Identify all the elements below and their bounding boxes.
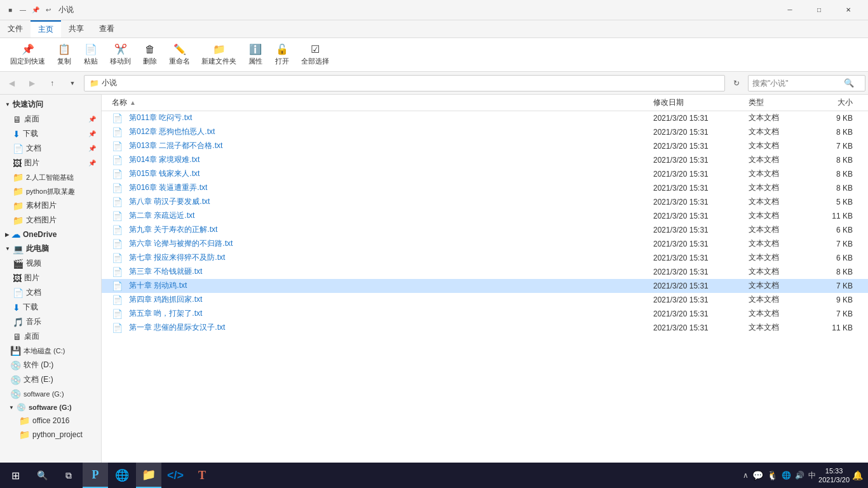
sidebar-drive-e[interactable]: 💿 文档 (E:) [0, 372, 101, 387]
address-path[interactable]: 📁 小说 [84, 75, 725, 92]
search-input[interactable] [752, 79, 841, 88]
up-button[interactable]: ↑ [43, 74, 61, 92]
sidebar-item-pictures[interactable]: 🖼 图片 [0, 271, 101, 285]
tab-file[interactable]: 文件 [0, 20, 31, 37]
this-pc-header[interactable]: ▼ 💻 此电脑 [0, 241, 101, 256]
table-row[interactable]: 📄 第二章 亲疏远近.txt 2021/3/20 15:31 文本文档 11 K… [102, 209, 868, 223]
sidebar-item-label: software (G:) [24, 390, 64, 398]
table-row[interactable]: 📄 第四章 鸡跑抓回家.txt 2021/3/20 15:31 文本文档 9 K… [102, 293, 868, 307]
volume-icon[interactable]: 🔊 [795, 471, 804, 480]
table-row[interactable]: 📄 第三章 不给钱就砸.txt 2021/3/20 15:31 文本文档 8 K… [102, 265, 868, 279]
sidebar-item-docs[interactable]: 📄 文档 📌 [0, 141, 101, 156]
ribbon-properties-btn[interactable]: ℹ️ 属性 [243, 41, 268, 69]
drive-icon: 💿 [10, 360, 21, 370]
sidebar-item-download[interactable]: ⬇ 下载 📌 [0, 126, 101, 141]
sidebar-drive-g[interactable]: 💿 software (G:) [0, 387, 101, 401]
sidebar-python-project[interactable]: 📁 python_project [0, 428, 101, 442]
software-g-header[interactable]: ▼ 💿 software (G:) [0, 401, 101, 414]
sidebar-item-docpics[interactable]: 📁 文档图片 [0, 213, 101, 227]
taskbar-clock[interactable]: 15:33 2021/3/20 [818, 466, 850, 485]
ribbon-select-btn[interactable]: ☑ 全部选择 [296, 41, 334, 69]
properties-icon: ℹ️ [249, 43, 262, 55]
ribbon-open-btn[interactable]: 🔓 打开 [269, 41, 295, 69]
refresh-button[interactable]: ↻ [728, 74, 745, 92]
file-type: 文本文档 [749, 252, 812, 263]
col-size-header[interactable]: 大小 [812, 97, 863, 108]
table-row[interactable]: 📄 第八章 萌汉子要发威.txt 2021/3/20 15:31 文本文档 5 … [102, 195, 868, 209]
minimize-quick[interactable]: — [18, 5, 28, 15]
tab-view[interactable]: 查看 [92, 20, 122, 37]
taskbar-explorer[interactable]: 📁 [136, 463, 161, 488]
ribbon-paste-btn[interactable]: 📄 粘贴 [78, 41, 104, 69]
qq-icon[interactable]: 🐧 [767, 470, 778, 480]
ime-icon[interactable]: 中 [808, 470, 816, 481]
back-button[interactable]: ◀ [3, 74, 20, 92]
tab-share[interactable]: 共享 [61, 20, 92, 37]
table-row[interactable]: 📄 第012章 恶狗也怕恶人.txt 2021/3/20 15:31 文本文档 … [102, 125, 868, 139]
minimize-button[interactable]: ─ [775, 0, 804, 20]
table-row[interactable]: 📄 第五章 哟，打架了.txt 2021/3/20 15:31 文本文档 7 K… [102, 307, 868, 321]
table-row[interactable]: 📄 第016章 装逼遭重弄.txt 2021/3/20 15:31 文本文档 8… [102, 181, 868, 195]
main-layout: ▼ 快速访问 🖥 桌面 📌 ⬇ 下载 📌 📄 文档 📌 🖼 图片 📌 📁 2.人… [0, 95, 868, 473]
sidebar-item-materials[interactable]: 📁 素材图片 [0, 198, 101, 213]
table-row[interactable]: 📄 第九章 关于寿衣的正解.txt 2021/3/20 15:31 文本文档 6… [102, 223, 868, 237]
sidebar-item-ai[interactable]: 📁 2.人工智能基础 [0, 170, 101, 184]
chevron-up-icon[interactable]: ∧ [743, 471, 749, 480]
start-button[interactable]: ⊞ [3, 463, 28, 488]
ribbon-newfolder-btn[interactable]: 📁 新建文件夹 [196, 41, 241, 69]
ribbon-delete-btn[interactable]: 🗑 删除 [137, 41, 163, 69]
close-button[interactable]: ✕ [834, 0, 863, 20]
network-icon[interactable]: 🌐 [782, 471, 791, 480]
onedrive-header[interactable]: ▶ ☁ OneDrive [0, 227, 101, 241]
sidebar-item-video[interactable]: 🎬 视频 [0, 256, 101, 271]
sidebar-item-documents[interactable]: 📄 文档 [0, 285, 101, 300]
table-row[interactable]: 📄 第014章 家境艰难.txt 2021/3/20 15:31 文本文档 8 … [102, 153, 868, 167]
table-row[interactable]: 📄 第015章 钱家来人.txt 2021/3/20 15:31 文本文档 8 … [102, 167, 868, 181]
table-row[interactable]: 📄 第六章 论撵与被撵的不归路.txt 2021/3/20 15:31 文本文档… [102, 237, 868, 251]
task-view-button[interactable]: ⧉ [56, 463, 81, 488]
sidebar-item-desktop2[interactable]: 🖥 桌面 [0, 329, 101, 344]
col-type-header[interactable]: 类型 [749, 97, 812, 108]
sidebar-drive-d[interactable]: 💿 软件 (D:) [0, 358, 101, 372]
table-row[interactable]: 📄 第十章 别动鸡.txt 2021/3/20 15:31 文本文档 7 KB [102, 279, 868, 293]
sidebar-item-desktop[interactable]: 🖥 桌面 📌 [0, 112, 101, 126]
file-name-cell: 📄 第015章 钱家来人.txt [107, 168, 653, 179]
sidebar-item-python[interactable]: 📁 python抓取某趣 [0, 184, 101, 198]
undo-quick[interactable]: ↩ [43, 5, 53, 15]
forward-button[interactable]: ▶ [23, 74, 41, 92]
taskbar-search-button[interactable]: 🔍 [29, 463, 55, 488]
sidebar-drive-c[interactable]: 💾 本地磁盘 (C:) [0, 344, 101, 358]
file-icon: 📄 [112, 211, 123, 221]
ribbon-move-btn[interactable]: ✂️ 移动到 [105, 41, 136, 69]
ribbon-copy-btn[interactable]: 📋 复制 [51, 41, 77, 69]
table-row[interactable]: 📄 第七章 报应来得猝不及防.txt 2021/3/20 15:31 文本文档 … [102, 251, 868, 265]
sidebar-item-downloads[interactable]: ⬇ 下载 [0, 300, 101, 315]
quick-access-header[interactable]: ▼ 快速访问 [0, 97, 101, 112]
sidebar-item-pics[interactable]: 🖼 图片 📌 [0, 156, 101, 170]
computer-icon: 💻 [13, 244, 24, 254]
taskbar-typora[interactable]: T [189, 463, 215, 488]
col-date-header[interactable]: 修改日期 [653, 97, 749, 108]
table-row[interactable]: 📄 第013章 二混子都不合格.txt 2021/3/20 15:31 文本文档… [102, 139, 868, 153]
search-box[interactable]: 🔍 [748, 75, 865, 92]
recent-button[interactable]: ▼ [64, 74, 81, 92]
ribbon-pin-btn[interactable]: 📌 固定到快速 [5, 41, 50, 69]
taskbar-pycharm[interactable]: P [83, 463, 108, 488]
ribbon-rename-btn[interactable]: ✏️ 重命名 [164, 41, 195, 69]
maximize-button[interactable]: □ [804, 0, 834, 20]
tab-home[interactable]: 主页 [31, 20, 61, 37]
sidebar-office2016[interactable]: 📁 office 2016 [0, 414, 101, 428]
notification-icon[interactable]: 🔔 [852, 470, 863, 480]
table-row[interactable]: 📄 第011章 吃闷亏.txt 2021/3/20 15:31 文本文档 9 K… [102, 111, 868, 125]
path-folder-icon: 📁 [90, 79, 99, 88]
file-date: 2021/3/20 15:31 [653, 240, 749, 248]
pin-quick[interactable]: 📌 [31, 5, 41, 15]
col-name-header[interactable]: 名称 ▲ [107, 97, 653, 108]
taskbar-vscode[interactable]: </> [163, 463, 188, 488]
table-row[interactable]: 📄 第一章 悲催的星际女汉子.txt 2021/3/20 15:31 文本文档 … [102, 321, 868, 335]
picture-icon: 🖼 [13, 158, 22, 168]
taskbar-chrome[interactable]: 🌐 [109, 463, 135, 488]
search-icon[interactable]: 🔍 [844, 78, 854, 88]
wechat-icon[interactable]: 💬 [752, 470, 763, 480]
sidebar-item-music[interactable]: 🎵 音乐 [0, 315, 101, 329]
